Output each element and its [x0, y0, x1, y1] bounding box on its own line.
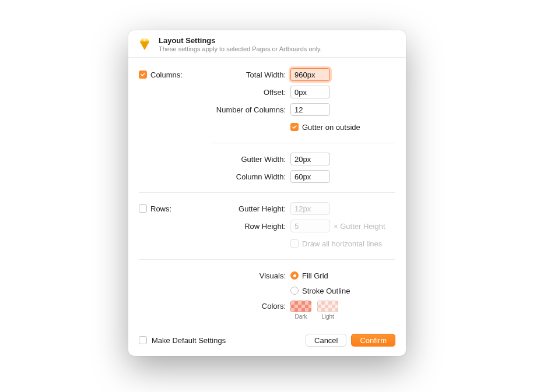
- columns-section-label: Columns:: [150, 70, 183, 79]
- total-width-input[interactable]: [290, 68, 330, 81]
- confirm-button[interactable]: Confirm: [351, 334, 395, 347]
- num-columns-input[interactable]: [290, 103, 330, 116]
- column-width-input[interactable]: [290, 170, 330, 183]
- num-columns-label: Number of Columns:: [198, 105, 290, 114]
- row-height-suffix: × Gutter Height: [334, 222, 385, 231]
- rows-section-label: Rows:: [150, 204, 171, 213]
- make-default-label: Make Default Settings: [152, 336, 226, 345]
- stroke-outline-radio[interactable]: [290, 287, 299, 295]
- sketch-diamond-icon: [136, 36, 153, 52]
- divider: [139, 192, 395, 193]
- gutter-height-label: Gutter Height:: [198, 204, 290, 213]
- draw-lines-label: Draw all horizontal lines: [302, 239, 382, 248]
- divider: [139, 259, 395, 260]
- layout-settings-dialog: Layout Settings These settings apply to …: [128, 30, 406, 356]
- dialog-subtitle: These settings apply to selected Pages o…: [159, 45, 322, 52]
- fill-grid-label: Fill Grid: [302, 271, 328, 280]
- visuals-label: Visuals:: [198, 271, 290, 280]
- dialog-header: Layout Settings These settings apply to …: [128, 30, 406, 58]
- gutter-outside-label: Gutter on outside: [302, 123, 360, 132]
- color-light-label: Light: [321, 313, 334, 320]
- stroke-outline-label: Stroke Outline: [302, 287, 350, 295]
- columns-checkbox[interactable]: [139, 70, 147, 79]
- color-dark-swatch[interactable]: [290, 301, 311, 312]
- cancel-button[interactable]: Cancel: [306, 334, 346, 347]
- dialog-title: Layout Settings: [159, 36, 322, 45]
- offset-label: Offset:: [198, 88, 290, 97]
- gutter-height-input[interactable]: [290, 202, 330, 215]
- offset-input[interactable]: [290, 86, 330, 98]
- colors-label: Colors:: [198, 301, 290, 310]
- divider: [210, 143, 395, 143]
- gutter-width-input[interactable]: [290, 153, 330, 165]
- make-default-checkbox[interactable]: [139, 336, 147, 344]
- rows-checkbox[interactable]: [139, 204, 147, 213]
- total-width-label: Total Width:: [198, 70, 290, 79]
- draw-lines-checkbox[interactable]: [290, 239, 299, 248]
- row-height-label: Row Height:: [198, 222, 290, 231]
- gutter-outside-checkbox[interactable]: [290, 123, 299, 131]
- column-width-label: Column Width:: [198, 172, 290, 181]
- row-height-input[interactable]: [290, 220, 330, 232]
- fill-grid-radio[interactable]: [290, 271, 299, 280]
- svg-marker-6: [145, 41, 149, 50]
- color-light-swatch[interactable]: [317, 301, 338, 312]
- gutter-width-label: Gutter Width:: [198, 155, 290, 164]
- color-dark-label: Dark: [294, 313, 307, 320]
